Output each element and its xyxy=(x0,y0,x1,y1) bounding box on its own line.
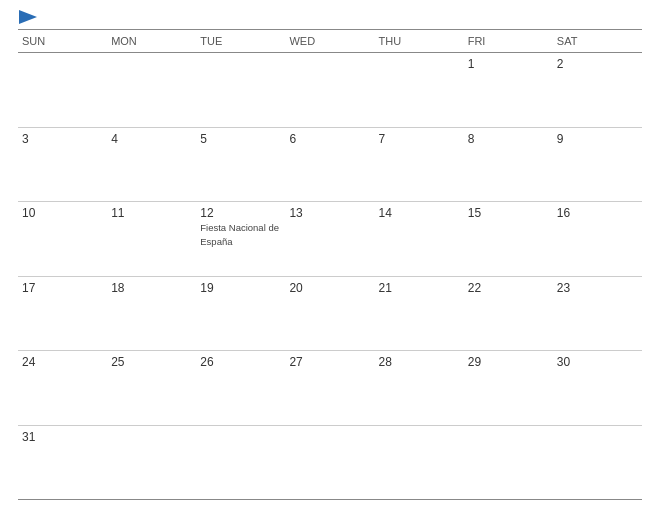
day-sat: SAT xyxy=(553,33,642,49)
table-row: 30 xyxy=(553,351,642,425)
day-number: 9 xyxy=(557,132,638,146)
table-row: 21 xyxy=(375,277,464,351)
day-number: 26 xyxy=(200,355,281,369)
table-row: 26 xyxy=(196,351,285,425)
day-number: 27 xyxy=(289,355,370,369)
day-number: 4 xyxy=(111,132,192,146)
day-number: 20 xyxy=(289,281,370,295)
day-number: 10 xyxy=(22,206,103,220)
table-row xyxy=(553,426,642,500)
day-number: 6 xyxy=(289,132,370,146)
table-row: 5 xyxy=(196,128,285,202)
day-number: 31 xyxy=(22,430,103,444)
day-number: 1 xyxy=(468,57,549,71)
table-row: 1 xyxy=(464,53,553,127)
table-row xyxy=(285,53,374,127)
day-number: 29 xyxy=(468,355,549,369)
table-row: 2 xyxy=(553,53,642,127)
day-number: 16 xyxy=(557,206,638,220)
table-row: 24 xyxy=(18,351,107,425)
day-number: 8 xyxy=(468,132,549,146)
day-number: 15 xyxy=(468,206,549,220)
table-row xyxy=(464,426,553,500)
day-number: 2 xyxy=(557,57,638,71)
table-row: 29 xyxy=(464,351,553,425)
calendar-weeks: 123456789101112Fiesta Nacional de España… xyxy=(18,53,642,500)
table-row: 25 xyxy=(107,351,196,425)
week-row-4: 17181920212223 xyxy=(18,277,642,352)
table-row xyxy=(196,53,285,127)
day-number: 3 xyxy=(22,132,103,146)
table-row xyxy=(375,426,464,500)
table-row: 18 xyxy=(107,277,196,351)
day-number: 19 xyxy=(200,281,281,295)
day-number: 30 xyxy=(557,355,638,369)
table-row: 8 xyxy=(464,128,553,202)
day-thu: THU xyxy=(375,33,464,49)
days-of-week-header: SUN MON TUE WED THU FRI SAT xyxy=(18,30,642,53)
table-row: 16 xyxy=(553,202,642,276)
day-number: 12 xyxy=(200,206,281,220)
table-row: 27 xyxy=(285,351,374,425)
table-row xyxy=(285,426,374,500)
table-row: 13 xyxy=(285,202,374,276)
table-row: 23 xyxy=(553,277,642,351)
week-row-2: 3456789 xyxy=(18,128,642,203)
day-wed: WED xyxy=(285,33,374,49)
table-row xyxy=(107,426,196,500)
day-number: 14 xyxy=(379,206,460,220)
table-row xyxy=(196,426,285,500)
day-number: 18 xyxy=(111,281,192,295)
day-number: 11 xyxy=(111,206,192,220)
day-number: 17 xyxy=(22,281,103,295)
table-row: 6 xyxy=(285,128,374,202)
table-row: 19 xyxy=(196,277,285,351)
svg-marker-0 xyxy=(19,10,37,24)
day-mon: MON xyxy=(107,33,196,49)
week-row-6: 31 xyxy=(18,426,642,501)
calendar-header xyxy=(18,10,642,25)
table-row: 14 xyxy=(375,202,464,276)
week-row-1: 12 xyxy=(18,53,642,128)
table-row xyxy=(18,53,107,127)
day-number: 5 xyxy=(200,132,281,146)
day-number: 22 xyxy=(468,281,549,295)
table-row: 12Fiesta Nacional de España xyxy=(196,202,285,276)
calendar: SUN MON TUE WED THU FRI SAT 123456789101… xyxy=(0,0,660,510)
table-row: 11 xyxy=(107,202,196,276)
day-number: 25 xyxy=(111,355,192,369)
day-number: 21 xyxy=(379,281,460,295)
logo-flag-icon xyxy=(19,10,37,24)
table-row xyxy=(375,53,464,127)
day-number: 13 xyxy=(289,206,370,220)
table-row: 17 xyxy=(18,277,107,351)
day-number: 28 xyxy=(379,355,460,369)
day-tue: TUE xyxy=(196,33,285,49)
logo xyxy=(18,10,37,23)
table-row: 9 xyxy=(553,128,642,202)
week-row-5: 24252627282930 xyxy=(18,351,642,426)
table-row: 28 xyxy=(375,351,464,425)
day-number: 23 xyxy=(557,281,638,295)
day-number: 7 xyxy=(379,132,460,146)
table-row: 7 xyxy=(375,128,464,202)
table-row: 10 xyxy=(18,202,107,276)
table-row: 31 xyxy=(18,426,107,500)
table-row: 15 xyxy=(464,202,553,276)
table-row: 4 xyxy=(107,128,196,202)
week-row-3: 101112Fiesta Nacional de España13141516 xyxy=(18,202,642,277)
table-row: 22 xyxy=(464,277,553,351)
day-sun: SUN xyxy=(18,33,107,49)
day-fri: FRI xyxy=(464,33,553,49)
table-row: 20 xyxy=(285,277,374,351)
table-row xyxy=(107,53,196,127)
day-number: 24 xyxy=(22,355,103,369)
table-row: 3 xyxy=(18,128,107,202)
event-label: Fiesta Nacional de España xyxy=(200,222,279,247)
